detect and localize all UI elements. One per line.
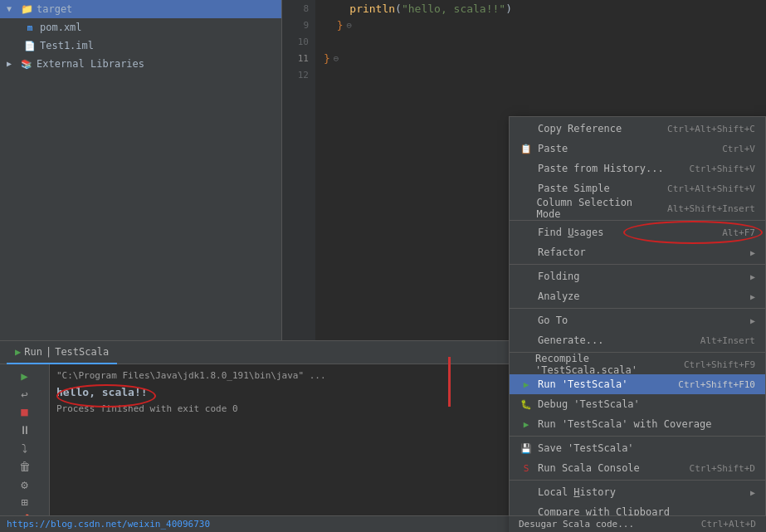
sidebar-item-label: Test1.iml bbox=[40, 40, 94, 51]
menu-generate[interactable]: Generate... Alt+Insert bbox=[510, 330, 765, 350]
code-line-10 bbox=[324, 33, 758, 50]
menu-run-coverage[interactable]: ▶ Run 'TestScala' with Coverage bbox=[510, 414, 765, 434]
recompile-icon bbox=[520, 358, 530, 371]
desugar-bar[interactable]: Desugar Scala code... Ctrl+Alt+D bbox=[509, 515, 766, 532]
status-url: https://blog.csdn.net/weixin_40096730 bbox=[7, 519, 210, 530]
separator-5 bbox=[510, 436, 765, 437]
sidebar-item-test1iml[interactable]: 📄 Test1.iml bbox=[0, 37, 281, 55]
menu-debug-testscala[interactable]: 🐛 Debug 'TestScala' bbox=[510, 394, 765, 414]
scroll-end-button[interactable]: ⤵ bbox=[13, 440, 37, 456]
find-usages-icon bbox=[520, 226, 533, 239]
rerun-button[interactable]: ↩ bbox=[13, 386, 37, 403]
analyze-icon bbox=[520, 290, 533, 303]
menu-run-testscala[interactable]: ▶ Run 'TestScala' Ctrl+Shift+F10 bbox=[510, 374, 765, 394]
goto-icon bbox=[520, 314, 533, 327]
arrow-annotation bbox=[448, 357, 451, 407]
debug-icon: 🐛 bbox=[520, 398, 533, 411]
column-sel-icon bbox=[520, 202, 532, 215]
folder-icon: 📁 bbox=[20, 2, 33, 16]
sidebar-item-label: target bbox=[37, 3, 72, 15]
run-tab-name: TestScala bbox=[55, 346, 109, 358]
generate-icon bbox=[520, 334, 533, 347]
refactor-icon bbox=[520, 246, 533, 259]
pause-button[interactable]: ⏸ bbox=[13, 422, 37, 438]
run-cmd-text: "C:\Program Files\Java\jdk1.8.0_191\bin\… bbox=[56, 370, 326, 381]
line-num-12: 12 bbox=[282, 66, 315, 83]
file-t-icon: 📄 bbox=[23, 39, 37, 52]
settings-button[interactable]: ⚙ bbox=[13, 476, 37, 493]
sidebar-item-external-libs[interactable]: ▶ 📚 External Libraries bbox=[0, 55, 281, 73]
run-button[interactable]: ▶ bbox=[13, 368, 37, 384]
expand-button[interactable]: ⊞ bbox=[13, 494, 37, 510]
separator-3 bbox=[510, 308, 765, 309]
local-history-icon bbox=[520, 486, 533, 499]
menu-copy-reference[interactable]: Copy Reference Ctrl+Alt+Shift+C bbox=[510, 119, 765, 139]
context-menu: Copy Reference Ctrl+Alt+Shift+C 📋 Paste … bbox=[509, 116, 766, 532]
code-line-12 bbox=[324, 66, 758, 83]
bottom-toolbar: ▶ ↩ ■ ⏸ ⤵ 🗑 ⚙ ⊞ 📌 bbox=[0, 364, 50, 532]
paste-icon: 📋 bbox=[520, 142, 533, 155]
stop-button[interactable]: ■ bbox=[13, 404, 37, 421]
separator-6 bbox=[510, 480, 765, 481]
menu-paste[interactable]: 📋 Paste Ctrl+V bbox=[510, 139, 765, 159]
run-icon: ▶ bbox=[520, 378, 533, 391]
line-numbers: 8 9 10 11 12 bbox=[282, 0, 315, 340]
paste-history-icon bbox=[520, 162, 533, 175]
menu-local-history[interactable]: Local History ▶ bbox=[510, 482, 765, 502]
paste-simple-icon bbox=[520, 182, 533, 195]
menu-column-selection[interactable]: Column Selection Mode Alt+Shift+Insert bbox=[510, 198, 765, 218]
code-line-9: } ⊖ bbox=[324, 17, 758, 33]
scala-console-icon: S bbox=[520, 461, 533, 475]
sidebar: ▼ 📁 target m pom.xml 📄 Test1.iml ▶ 📚 Ext… bbox=[0, 0, 282, 340]
save-icon: 💾 bbox=[520, 442, 533, 455]
menu-run-scala-console[interactable]: S Run Scala Console Ctrl+Shift+D bbox=[510, 458, 765, 478]
coverage-icon: ▶ bbox=[520, 417, 533, 431]
line-num-10: 10 bbox=[282, 33, 315, 50]
menu-paste-simple[interactable]: Paste Simple Ctrl+Alt+Shift+V bbox=[510, 178, 765, 198]
file-m-icon: m bbox=[23, 21, 37, 34]
clear-button[interactable]: 🗑 bbox=[13, 458, 37, 475]
run-tab-label: Run bbox=[24, 346, 42, 358]
external-libs-icon: 📚 bbox=[20, 57, 33, 71]
hello-output-circle bbox=[56, 384, 156, 408]
run-tab-icon: ▶ bbox=[15, 346, 21, 358]
line-num-8: 8 bbox=[282, 0, 315, 17]
menu-folding[interactable]: Folding ▶ bbox=[510, 266, 765, 286]
run-tab[interactable]: ▶ Run | TestScala bbox=[7, 341, 117, 364]
line-num-9: 9 bbox=[282, 17, 315, 33]
menu-goto[interactable]: Go To ▶ bbox=[510, 310, 765, 330]
copy-ref-icon bbox=[520, 122, 533, 135]
menu-paste-history[interactable]: Paste from History... Ctrl+Shift+V bbox=[510, 159, 765, 178]
menu-refactor[interactable]: Refactor ▶ bbox=[510, 242, 765, 262]
code-line-8: println("hello, scala!!") bbox=[324, 0, 758, 17]
desugar-shortcut: Ctrl+Alt+D bbox=[701, 519, 756, 530]
folding-icon bbox=[520, 270, 533, 283]
sidebar-item-label: pom.xml bbox=[40, 22, 82, 33]
separator-1 bbox=[510, 220, 765, 221]
menu-analyze[interactable]: Analyze ▶ bbox=[510, 286, 765, 306]
menu-find-usages[interactable]: Find Usages Alt+F7 bbox=[510, 222, 765, 242]
sidebar-item-target[interactable]: ▼ 📁 target bbox=[0, 0, 281, 18]
menu-recompile[interactable]: Recompile 'TestScala.scala' Ctrl+Shift+F… bbox=[510, 354, 765, 374]
menu-save-testscala[interactable]: 💾 Save 'TestScala' bbox=[510, 438, 765, 458]
sidebar-item-label: External Libraries bbox=[37, 58, 144, 70]
sidebar-item-pomxml[interactable]: m pom.xml bbox=[0, 18, 281, 37]
code-line-11: } ⊖ bbox=[324, 50, 758, 66]
expand-arrow: ▶ bbox=[7, 59, 17, 69]
expand-arrow: ▼ bbox=[7, 4, 17, 14]
separator-2 bbox=[510, 264, 765, 265]
desugar-label: Desugar Scala code... bbox=[519, 519, 634, 530]
line-num-11: 11 bbox=[282, 50, 315, 66]
